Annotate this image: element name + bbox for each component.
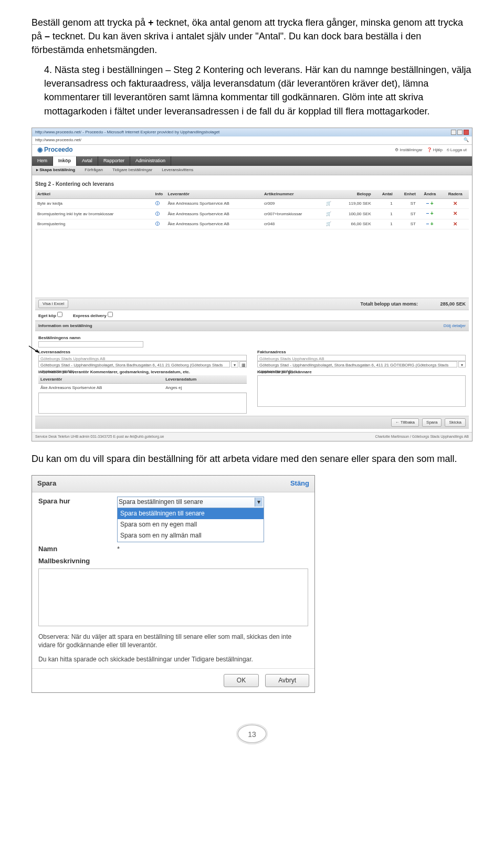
dropdown-option[interactable]: Spara som en ny allmän mall	[118, 530, 264, 541]
minimize-icon[interactable]	[451, 130, 456, 135]
namn-label: Namn	[38, 544, 117, 554]
chevron-down-icon[interactable]: ▾	[255, 498, 262, 507]
hide-details-link[interactable]: Dölj detaljer	[444, 323, 466, 329]
step-title: Steg 2 - Kontering och leverans	[35, 178, 469, 191]
cart-icon[interactable]: 🛒	[324, 209, 334, 219]
tab-avtal[interactable]: Avtal	[77, 156, 98, 166]
spara-hur-select[interactable]: Spara beställningen till senare ▾	[117, 497, 264, 508]
app-footer: Service Desk Telefon UHB admin 031-33437…	[32, 432, 472, 441]
lev-column: Leverantör	[38, 375, 163, 384]
info-icon[interactable]: ⓘ	[153, 198, 166, 209]
plus-icon[interactable]: +	[430, 221, 434, 227]
mallbeskrivning-label: Mallbeskrivning	[38, 556, 117, 566]
cell-belopp: 100,00 SEK	[334, 209, 373, 219]
express-checkbox[interactable]	[108, 312, 113, 317]
doc-paragraph-2: Du kan om du vill spara din beställning …	[32, 452, 472, 466]
minus-symbol: –	[45, 31, 50, 41]
delete-icon[interactable]: ✕	[453, 221, 457, 227]
minus-icon[interactable]: −	[426, 221, 429, 227]
levadr-select[interactable]: Göteborgs Stad - Upphandlingsbolaget, St…	[38, 361, 230, 367]
settings-link[interactable]: ⚙Inställningar	[395, 147, 422, 153]
lev-comment-textarea[interactable]	[38, 393, 247, 414]
logout-link[interactable]: ⎋Logga ut	[447, 147, 467, 153]
dropdown-list: Spara beställningen till senareSpara som…	[117, 508, 264, 542]
send-button[interactable]: Skicka	[445, 418, 466, 427]
table-row: Byte av kedjaⓘÅke Andreasons Sportservic…	[35, 198, 469, 209]
tab-admin[interactable]: Administration	[130, 156, 171, 166]
required-asterisk: *	[117, 544, 120, 554]
cart-icon[interactable]: 🛒	[324, 219, 334, 229]
fakadr-label: Fakturaadress	[257, 347, 466, 355]
tab-inkop[interactable]: Inköp	[53, 156, 77, 166]
col-leverantor: Leverantör	[166, 190, 262, 198]
minus-icon[interactable]: −	[426, 210, 429, 216]
description-textarea[interactable]	[38, 568, 308, 626]
eget-kop-checkbox[interactable]	[57, 312, 62, 317]
browse-icon[interactable]: ▦	[239, 361, 247, 367]
cell-artnr: cr007+bromsklossar	[262, 209, 323, 219]
cancel-button[interactable]: Avbryt	[265, 674, 309, 687]
fakadr-select[interactable]: Göteborgs Stad - Upphandlingsbolaget, St…	[257, 361, 457, 367]
dialog-header: Spara Stäng	[32, 476, 314, 492]
delete-icon[interactable]: ✕	[453, 201, 457, 206]
nav-buttons: ← Tillbaka Spara Skicka	[35, 416, 469, 429]
save-button[interactable]: Spara	[422, 418, 442, 427]
info-icon[interactable]: ⓘ	[153, 209, 166, 219]
dropdown-option[interactable]: Spara beställningen till senare	[118, 508, 264, 519]
dialog-close-link[interactable]: Stäng	[290, 479, 309, 489]
lev-name: Åke Andreasons Sportservice AB	[38, 384, 163, 393]
table-row: Bromsjustering inkl byte av bromsklossar…	[35, 209, 469, 219]
info-icon[interactable]: ⓘ	[153, 219, 166, 229]
excel-button[interactable]: Visa i Excel	[38, 300, 68, 308]
dropdown-option[interactable]: Spara som en ny egen mall	[118, 519, 264, 530]
settings-label: Inställningar	[400, 147, 422, 153]
order-name-input[interactable]	[38, 341, 143, 347]
back-button[interactable]: ← Tillbaka	[391, 418, 419, 427]
total-label: Totalt belopp utan moms:	[361, 301, 418, 307]
search-icon[interactable]: 🔍	[464, 137, 469, 143]
text: tecknet. Du kan även skriva i antalet sj…	[32, 31, 421, 55]
arrow-annotation-icon	[28, 345, 40, 357]
chevron-down-icon[interactable]: ▾	[458, 361, 466, 367]
info-header-bar: Information om beställning Dölj detaljer	[35, 321, 469, 331]
cell-lev: Åke Andreasons Sportservice AB	[166, 198, 262, 209]
url-text: http://www.proceedo.net/	[35, 137, 81, 143]
chevron-down-icon[interactable]: ▾	[231, 361, 238, 367]
submenu-skapa[interactable]: ▸ Skapa beställning	[36, 167, 75, 173]
maximize-icon[interactable]	[457, 130, 463, 135]
help-link[interactable]: ❓Hjälp	[427, 147, 443, 153]
col-andra: Ändra	[418, 190, 442, 198]
levadr-label: Leveransadress	[38, 347, 247, 355]
delete-icon[interactable]: ✕	[453, 210, 457, 216]
footer-left: Service Desk Telefon UHB admin 031-33437…	[35, 434, 164, 439]
cell-artnr: cr048	[262, 219, 323, 229]
form-area: Beställningens namn Leveransadress Göteb…	[35, 331, 469, 416]
plus-icon[interactable]: +	[430, 201, 434, 206]
cart-icon[interactable]: 🛒	[324, 198, 334, 209]
cell-belopp: 66,00 SEK	[334, 219, 373, 229]
submenu-tidigare[interactable]: Tidigare beställningar	[112, 167, 152, 173]
lev-date: Anges ej	[163, 384, 247, 393]
info-lev-label: Information till leverantör Kommentarer,…	[38, 367, 247, 375]
checkbox-row: Eget köp Express delivery	[35, 310, 469, 321]
sub-menu: ▸ Skapa beställning Förfrågan Tidigare b…	[32, 166, 472, 175]
tab-hem[interactable]: Hem	[32, 156, 53, 166]
page-number: 13	[248, 730, 256, 739]
top-links: ⚙Inställningar ❓Hjälp ⎋Logga ut	[395, 147, 467, 153]
ok-button[interactable]: OK	[224, 674, 259, 687]
close-icon[interactable]	[464, 130, 469, 135]
minus-icon[interactable]: −	[426, 201, 429, 206]
plus-icon[interactable]: +	[430, 210, 434, 216]
submenu-forfragan[interactable]: Förfrågan	[85, 167, 103, 173]
eget-kop-label: Eget köp	[38, 312, 62, 319]
cell-enhet: ST	[395, 198, 418, 209]
col-belopp: Belopp	[334, 190, 373, 198]
brand-logo: Proceedo	[37, 145, 73, 154]
godkannare-comment-textarea[interactable]	[257, 375, 466, 407]
submenu-kvittens[interactable]: Leveranskvittens	[162, 167, 193, 173]
footer-right: Charlotte Martinsson / Göteborgs Stads U…	[375, 434, 469, 439]
note-2: Du kan hitta sparade och skickade bestäl…	[38, 655, 308, 664]
tab-rapporter[interactable]: Rapporter	[98, 156, 130, 166]
col-enhet: Enhet	[395, 190, 418, 198]
fakadr-line1: Göteborgs Stads Upphandlings AB	[257, 355, 466, 361]
